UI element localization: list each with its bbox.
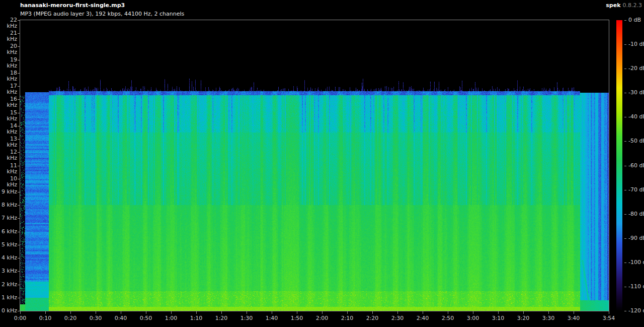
- freq-tick-label: 21 kHz: [0, 30, 17, 42]
- db-tick: [624, 117, 626, 117]
- db-tick-label: -100 dB: [628, 259, 644, 266]
- time-tick: [523, 311, 524, 314]
- time-tick-label: 1:10: [185, 315, 207, 321]
- app-name: spek: [606, 2, 620, 9]
- time-tick: [171, 311, 172, 314]
- db-tick-label: -10 dB: [628, 41, 644, 47]
- time-tick-label: 1:30: [235, 315, 258, 321]
- time-tick-label: 3:20: [512, 315, 534, 321]
- db-tick-label: -70 dB: [628, 187, 644, 193]
- freq-tick: [18, 245, 20, 245]
- db-tick: [624, 311, 626, 311]
- time-tick-label: 1:20: [210, 315, 232, 321]
- freq-tick: [18, 73, 20, 74]
- spectrogram-canvas: [20, 20, 609, 311]
- time-tick: [146, 311, 146, 314]
- freq-tick-label: 1 kHz: [0, 295, 17, 301]
- time-tick-label: 3:30: [537, 315, 559, 321]
- freq-tick-label: 13 kHz: [0, 136, 17, 148]
- freq-tick-label: 2 kHz: [0, 282, 17, 288]
- time-tick: [45, 311, 46, 314]
- freq-tick-label: 20 kHz: [0, 43, 17, 55]
- db-tick: [624, 190, 626, 190]
- freq-tick-label: 15 kHz: [0, 110, 17, 122]
- file-name: hanasaki-meroru-first-single.mp3: [20, 2, 125, 9]
- time-tick-label: 0:40: [110, 315, 132, 321]
- freq-tick: [18, 232, 20, 232]
- time-tick: [609, 311, 609, 314]
- time-tick: [121, 311, 121, 314]
- freq-tick: [18, 152, 20, 153]
- freq-tick: [18, 113, 20, 113]
- db-tick-label: -60 dB: [628, 163, 644, 169]
- time-tick-label: 3:00: [462, 315, 484, 321]
- file-format-info: MP3 (MPEG audio layer 3), 192 kbps, 4410…: [20, 11, 184, 17]
- time-tick: [347, 311, 348, 314]
- freq-tick-label: 8 kHz: [0, 202, 17, 208]
- time-tick: [448, 311, 448, 314]
- db-tick-label: -90 dB: [628, 235, 644, 241]
- time-tick-label: 1:40: [261, 315, 283, 321]
- freq-tick-label: 9 kHz: [0, 189, 17, 195]
- time-tick-label: 2:10: [336, 315, 358, 321]
- freq-tick: [18, 166, 20, 166]
- freq-tick-label: 17 kHz: [0, 83, 17, 95]
- time-tick: [20, 311, 21, 314]
- db-tick-label: -40 dB: [628, 114, 644, 120]
- freq-tick-label: 3 kHz: [0, 268, 17, 274]
- time-tick: [196, 311, 197, 314]
- time-tick-label: 3:40: [562, 315, 585, 321]
- freq-tick-label: 4 kHz: [0, 255, 17, 261]
- time-tick-label: 0:20: [59, 315, 82, 321]
- db-tick: [624, 263, 626, 263]
- db-colorbar: [616, 20, 622, 311]
- freq-tick: [18, 271, 20, 272]
- db-tick: [624, 93, 626, 93]
- time-tick-label: 1:50: [286, 315, 308, 321]
- time-tick-label: 2:00: [311, 315, 333, 321]
- db-tick-label: -20 dB: [628, 66, 644, 72]
- freq-tick: [18, 126, 20, 126]
- time-tick-label: 1:00: [160, 315, 182, 321]
- freq-tick: [18, 99, 20, 100]
- time-tick: [473, 311, 473, 314]
- time-tick: [397, 311, 398, 314]
- db-tick-label: -50 dB: [628, 138, 644, 144]
- freq-tick-label: 12 kHz: [0, 149, 17, 161]
- time-tick: [322, 311, 323, 314]
- time-tick: [423, 311, 423, 314]
- freq-tick: [18, 46, 20, 47]
- db-tick-label: -110 dB: [628, 284, 644, 290]
- freq-tick-label: 5 kHz: [0, 242, 17, 248]
- time-tick-label: 0:00: [9, 315, 31, 321]
- db-tick-label: -80 dB: [628, 211, 644, 217]
- freq-tick: [18, 139, 20, 140]
- time-tick: [70, 311, 71, 314]
- db-tick: [624, 141, 626, 142]
- freq-tick: [18, 285, 20, 285]
- time-tick: [96, 311, 96, 314]
- time-tick-label: 0:50: [135, 315, 157, 321]
- freq-tick-label: 10 kHz: [0, 176, 17, 188]
- time-tick: [297, 311, 297, 314]
- time-tick: [247, 311, 247, 314]
- freq-tick-label: 7 kHz: [0, 215, 17, 221]
- app-brand: spek0.8.2.3: [606, 2, 642, 9]
- freq-tick: [18, 298, 20, 298]
- freq-tick: [18, 33, 20, 34]
- freq-tick-label: 18 kHz: [0, 70, 17, 82]
- freq-tick: [18, 311, 20, 311]
- time-tick: [498, 311, 499, 314]
- freq-tick-label: 16 kHz: [0, 96, 17, 108]
- freq-tick: [18, 258, 20, 258]
- freq-tick-label: 14 kHz: [0, 123, 17, 135]
- freq-tick: [18, 205, 20, 206]
- db-tick: [624, 44, 626, 45]
- time-tick-label: 2:40: [412, 315, 434, 321]
- freq-tick: [18, 60, 20, 60]
- db-tick: [624, 214, 626, 215]
- time-tick-label: 3:10: [487, 315, 509, 321]
- db-tick: [624, 166, 626, 166]
- spek-window: hanasaki-meroru-first-single.mp3 MP3 (MP…: [0, 0, 644, 327]
- db-tick: [624, 287, 626, 287]
